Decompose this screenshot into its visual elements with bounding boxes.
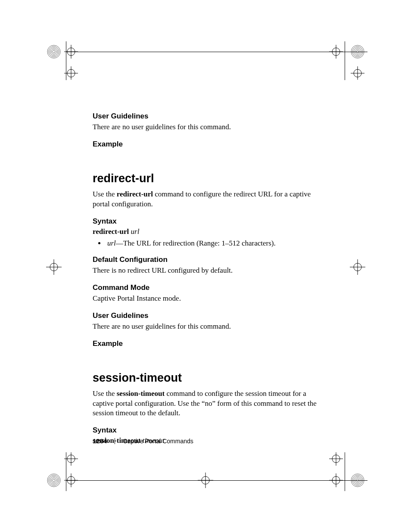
svg-point-28: [67, 455, 75, 463]
heading-session-timeout: session-timeout: [93, 371, 321, 385]
svg-point-22: [50, 263, 58, 271]
text-user-guidelines-2: There are no user guidelines for this co…: [93, 322, 321, 332]
svg-point-32: [49, 475, 59, 485]
bullet-arg: url: [107, 239, 116, 247]
svg-point-25: [354, 263, 361, 271]
bullet-rest: —The URL for redirection (Range: 1–512 c…: [116, 239, 276, 247]
footer-section: Captive Portal Commands: [123, 438, 193, 445]
svg-point-19: [354, 69, 361, 77]
syntax-arg: url: [131, 227, 140, 236]
desc-redirect-url: Use the redirect-url command to configur…: [93, 190, 321, 209]
text-fragment: Use the: [93, 389, 117, 398]
heading-user-guidelines-2: User Guidelines: [93, 311, 321, 320]
list-item: url—The URL for redirection (Range: 1–51…: [106, 239, 321, 249]
syntax-bullets-redirect: url—The URL for redirection (Range: 1–51…: [93, 239, 321, 249]
page-number: 1284: [93, 437, 107, 445]
page-footer: 1284 Captive Portal Commands: [93, 437, 193, 445]
text-fragment-bold: redirect-url: [117, 190, 153, 198]
registration-mark-icon: [43, 256, 65, 278]
heading-syntax-session: Syntax: [93, 426, 321, 435]
text-command-mode: Captive Portal Instance mode.: [93, 294, 321, 304]
text-default-config: There is no redirect URL configured by d…: [93, 266, 321, 276]
heading-example-2: Example: [93, 339, 321, 348]
svg-point-3: [51, 49, 56, 54]
crop-line: [66, 41, 66, 80]
registration-mark-icon: [347, 256, 368, 278]
svg-point-1: [49, 47, 59, 57]
footer-divider: [115, 438, 115, 444]
registration-mark-icon: [41, 452, 80, 495]
registration-mark-icon: [327, 37, 371, 80]
syntax-cmd: redirect-url: [93, 227, 129, 236]
text-user-guidelines-1: There are no user guidelines for this co…: [93, 122, 321, 132]
svg-point-33: [50, 476, 58, 484]
heading-default-config: Default Configuration: [93, 255, 321, 264]
crop-line: [66, 480, 367, 481]
registration-mark-icon: [41, 37, 80, 80]
syntax-line-redirect: redirect-url url: [93, 227, 321, 236]
heading-syntax-redirect: Syntax: [93, 217, 321, 226]
heading-redirect-url: redirect-url: [93, 172, 321, 185]
heading-user-guidelines-1: User Guidelines: [93, 112, 321, 121]
page-content: User Guidelines There are no user guidel…: [93, 112, 321, 448]
heading-example-1: Example: [93, 140, 321, 149]
svg-point-31: [47, 474, 60, 487]
crop-line: [345, 452, 345, 491]
registration-mark-icon: [327, 452, 371, 495]
svg-point-42: [332, 455, 340, 463]
desc-session-timeout: Use the session-timeout command to confi…: [93, 389, 321, 419]
text-fragment: Use the: [93, 190, 117, 198]
svg-point-35: [53, 479, 55, 482]
svg-point-2: [50, 48, 58, 56]
svg-point-0: [47, 45, 60, 58]
svg-point-34: [51, 478, 56, 483]
crop-line: [66, 52, 367, 52]
svg-point-8: [67, 69, 75, 77]
crop-line: [66, 452, 66, 491]
text-fragment-bold: session-timeout: [117, 389, 165, 398]
heading-command-mode: Command Mode: [93, 283, 321, 292]
svg-point-4: [53, 50, 55, 53]
crop-line: [345, 41, 345, 80]
